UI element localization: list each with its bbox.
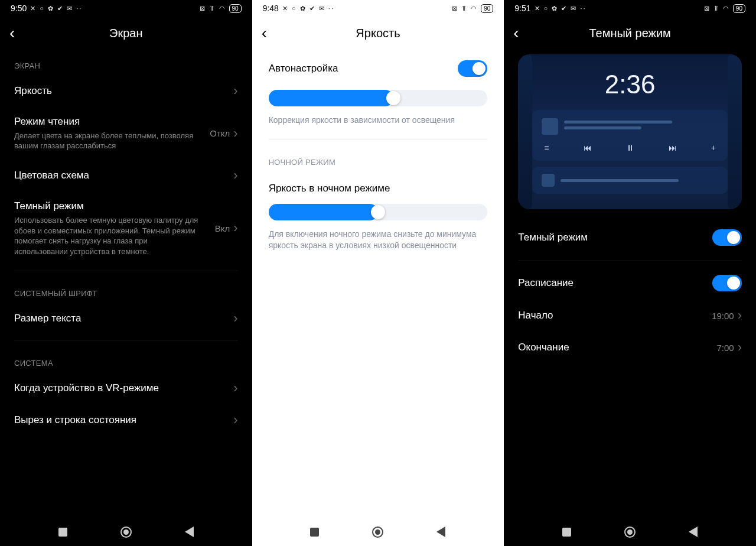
row-dark-mode[interactable]: Темный режим Использовать более темную ц…	[14, 191, 238, 265]
phone-screen-brightness: 9:48 ✕ ○ ✿ ✔ ✉ ·· ⊠ ⥣ ◠ 90 ‹ Яркость Авт…	[252, 0, 504, 546]
chevron-right-icon: ›	[233, 168, 237, 183]
row-vr-mode[interactable]: Когда устройство в VR-режиме ›	[14, 372, 238, 404]
desc-auto: Коррекция яркости в зависимости от освещ…	[269, 115, 488, 134]
row-title: Автонастройка	[269, 62, 458, 76]
brightness-slider[interactable]	[269, 90, 488, 106]
row-title: Темный режим	[518, 231, 712, 245]
desc-night: Для включения ночного режима снизьте до …	[269, 229, 488, 259]
content: Автонастройка Коррекция яркости в зависи…	[252, 50, 504, 518]
nav-home-icon[interactable]	[120, 526, 132, 538]
chevron-right-icon: ›	[233, 220, 237, 236]
row-value: 7:00	[716, 343, 734, 353]
status-bar: 9:51 ✕ ○ ✿ ✔ ✉ ·· ⊠ ⥣ ◠ 90	[504, 0, 756, 17]
content: 2:36 ≡ ⏮ ⏸ ⏭ +	[504, 50, 756, 518]
chevron-right-icon: ›	[233, 83, 237, 99]
page-title: Экран	[0, 27, 252, 40]
nav-recent-icon[interactable]	[562, 528, 571, 537]
prev-icon: ⏮	[584, 143, 592, 152]
row-title: Когда устройство в VR-режиме	[14, 382, 233, 395]
battery-icon: 90	[733, 4, 745, 13]
section-night: НОЧНОЙ РЕЖИМ	[269, 146, 488, 171]
section-screen: ЭКРАН	[14, 50, 238, 75]
divider	[14, 271, 238, 271]
chevron-right-icon: ›	[233, 381, 237, 396]
header: ‹ Яркость	[252, 17, 504, 50]
row-schedule-start[interactable]: Начало 19:00 ›	[518, 300, 742, 332]
divider	[518, 260, 742, 261]
nav-home-icon[interactable]	[372, 526, 383, 538]
row-reading-mode[interactable]: Режим чтения Делает цвета на экране боле…	[14, 107, 238, 160]
plus-icon: +	[711, 143, 716, 152]
chevron-right-icon: ›	[738, 340, 742, 355]
chevron-right-icon: ›	[738, 308, 742, 323]
chevron-right-icon: ›	[233, 311, 237, 326]
nav-recent-icon[interactable]	[58, 528, 67, 537]
row-schedule-end[interactable]: Окончание 7:00 ›	[518, 332, 742, 363]
nav-recent-icon[interactable]	[310, 528, 319, 537]
status-icons-right: ⊠ ⥣ ◠	[704, 5, 730, 12]
status-icons-left: ✕ ○ ✿ ✔ ✉ ··	[535, 5, 586, 12]
preview-notif-card	[532, 167, 728, 194]
preview-clock: 2:36	[532, 70, 728, 99]
nav-back-icon[interactable]	[436, 526, 445, 537]
phone-screen-dark-mode: 9:51 ✕ ○ ✿ ✔ ✉ ·· ⊠ ⥣ ◠ 90 ‹ Темный режи…	[504, 0, 756, 546]
row-title: Цветовая схема	[14, 169, 233, 183]
status-time: 9:50	[11, 4, 27, 13]
page-title: Темный режим	[504, 27, 756, 40]
back-button[interactable]: ‹	[262, 24, 267, 43]
status-icons-right: ⊠ ⥣ ◠	[200, 5, 226, 12]
divider	[269, 139, 488, 140]
row-notch[interactable]: Вырез и строка состояния ›	[14, 404, 238, 436]
status-bar: 9:48 ✕ ○ ✿ ✔ ✉ ·· ⊠ ⥣ ◠ 90	[252, 0, 504, 17]
nav-bar	[504, 518, 756, 546]
notif-icon	[542, 174, 555, 187]
nav-back-icon[interactable]	[689, 526, 698, 537]
row-title: Вырез и строка состояния	[14, 414, 233, 427]
battery-icon: 90	[481, 4, 493, 13]
row-title: Расписание	[518, 277, 712, 290]
content: ЭКРАН Яркость › Режим чтения Делает цвет…	[0, 50, 252, 518]
row-color-scheme[interactable]: Цветовая схема ›	[14, 160, 238, 191]
pause-icon: ⏸	[626, 143, 634, 152]
row-text-size[interactable]: Размер текста ›	[14, 303, 238, 334]
album-art-icon	[542, 118, 558, 135]
header: ‹ Темный режим	[504, 17, 756, 50]
back-button[interactable]: ‹	[513, 24, 519, 43]
nav-back-icon[interactable]	[185, 526, 194, 537]
row-desc: Использовать более темную цветовую палит…	[14, 215, 203, 256]
row-dark-mode-toggle: Темный режим	[518, 221, 742, 254]
status-icons-right: ⊠ ⥣ ◠	[452, 5, 478, 12]
status-bar: 9:50 ✕ ○ ✿ ✔ ✉ ·· ⊠ ⥣ ◠ 90	[0, 0, 252, 17]
phone-screen-display: 9:50 ✕ ○ ✿ ✔ ✉ ·· ⊠ ⥣ ◠ 90 ‹ Экран ЭКРАН…	[0, 0, 252, 546]
chevron-right-icon: ›	[233, 126, 237, 141]
next-icon: ⏭	[669, 143, 677, 152]
toggle-auto-adjust[interactable]	[458, 60, 487, 77]
row-value: Вкл	[215, 223, 230, 233]
row-title: Размер текста	[14, 312, 233, 326]
row-schedule-toggle: Расписание	[518, 266, 742, 300]
header: ‹ Экран	[0, 17, 252, 50]
row-title: Темный режим	[14, 200, 215, 213]
battery-icon: 90	[229, 4, 242, 13]
toggle-schedule[interactable]	[712, 275, 742, 291]
chevron-right-icon: ›	[233, 412, 237, 428]
dark-mode-preview: 2:36 ≡ ⏮ ⏸ ⏭ +	[518, 54, 742, 209]
row-auto-adjust: Автонастройка	[269, 50, 488, 84]
status-time: 9:48	[263, 4, 279, 13]
nav-bar	[0, 518, 252, 546]
row-value: 19:00	[712, 311, 734, 321]
row-night-brightness: Яркость в ночном режиме	[269, 171, 488, 198]
row-title: Режим чтения	[14, 115, 210, 129]
row-title: Окончание	[518, 341, 716, 355]
section-system: СИСТЕМА	[14, 347, 238, 372]
nav-home-icon[interactable]	[624, 526, 636, 538]
row-desc: Делает цвета на экране более теплыми, по…	[14, 131, 203, 151]
page-title: Яркость	[252, 27, 504, 40]
toggle-dark-mode[interactable]	[712, 229, 742, 246]
row-value: Откл	[210, 128, 230, 138]
night-brightness-slider[interactable]	[269, 204, 488, 220]
back-button[interactable]: ‹	[9, 24, 15, 43]
nav-bar	[252, 518, 504, 546]
row-brightness[interactable]: Яркость ›	[14, 75, 238, 107]
status-time: 9:51	[514, 4, 530, 13]
